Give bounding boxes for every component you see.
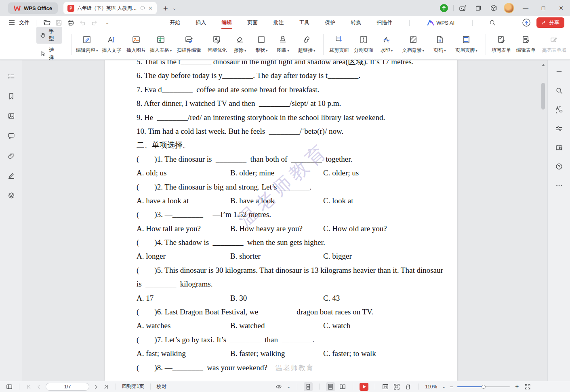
search-icon[interactable] (489, 19, 496, 26)
sign-pen-icon[interactable] (5, 169, 17, 181)
cloud-upload-icon[interactable] (522, 18, 531, 27)
next-page-icon[interactable] (93, 384, 99, 390)
insert-image-button[interactable]: 插入图片 (124, 35, 149, 54)
scan-edit-button[interactable]: 扫描件编辑 (173, 35, 205, 54)
lookup-book-icon[interactable] (553, 141, 565, 154)
zoom-level[interactable]: 110%⌄ (425, 384, 446, 390)
tab-scan[interactable]: 扫描件 (376, 17, 393, 29)
print-icon[interactable] (67, 19, 75, 27)
avatar[interactable] (501, 3, 517, 13)
option-b: B. 30 (230, 291, 323, 305)
title-bar: WPS Office P 六年级（下）英语 人教周末小 ✕ ＋ ⌄ — □ ✕ (0, 0, 570, 16)
doc-options-row: A. old; us B. older; mine C. older; us (137, 166, 457, 180)
panel-toggle-icon[interactable] (6, 383, 13, 390)
fit-page-button[interactable] (393, 383, 400, 390)
smart-optimize-button[interactable]: 智能优化 (205, 35, 229, 54)
doc-options-row: A. fast; walking B. faster; walking C. f… (137, 347, 457, 360)
zoom-out-button[interactable]: − (450, 383, 453, 390)
fill-form-button[interactable]: 填写表单 (489, 35, 514, 54)
new-tab-button[interactable]: ＋ (162, 3, 169, 13)
collapse-icon[interactable] (553, 65, 565, 78)
zoom-in-button[interactable]: ＋ (514, 383, 520, 390)
tab-convert[interactable]: 转换 (350, 17, 362, 29)
tab-page[interactable]: 页面 (246, 17, 259, 29)
proofread-button[interactable]: 校对 (157, 383, 166, 390)
page-number-button[interactable]: 页码▾ (429, 35, 450, 54)
shapes-button[interactable]: 形状▾ (251, 35, 272, 54)
image-icon[interactable] (5, 110, 17, 122)
search-icon[interactable] (553, 84, 565, 97)
annotation-list-icon[interactable] (5, 70, 17, 82)
split-page-button[interactable]: 分割页面 (351, 35, 376, 54)
fullscreen-button[interactable] (524, 383, 531, 390)
doc-line: ( )6. Last Dragon Boat Festival, we ____… (137, 305, 457, 319)
last-page-icon[interactable] (103, 384, 109, 390)
settings-sliders-icon[interactable] (553, 122, 565, 135)
hamburger-icon[interactable] (9, 20, 15, 25)
tab-tools[interactable]: 工具 (298, 17, 310, 29)
comment-icon[interactable] (5, 130, 17, 142)
rotate-page-button[interactable] (404, 383, 412, 390)
ai-assistant-button[interactable] (455, 4, 471, 13)
tab-close-icon[interactable]: ✕ (148, 5, 153, 11)
cube-button[interactable] (486, 4, 501, 12)
hand-tool-button[interactable]: 手型 (36, 27, 62, 44)
tab-protect[interactable]: 保护 (324, 17, 336, 29)
wps-logo-icon (14, 5, 21, 11)
prev-page-icon[interactable] (36, 384, 42, 390)
more-icon[interactable] (553, 179, 565, 192)
layers-icon[interactable] (5, 189, 17, 201)
quickbar-chevron-icon[interactable]: ⌄ (105, 20, 109, 25)
document-page[interactable]: 5. That is the t________ dinosaur in the… (105, 60, 457, 381)
watermark-button[interactable]: 水印▾ (376, 35, 398, 54)
wps-ai-button[interactable]: WPS AI (427, 20, 454, 26)
hyperlink-button[interactable]: 超链接▾ (294, 35, 320, 54)
document-tab[interactable]: P 六年级（下）英语 人教周末小 ✕ (63, 2, 157, 14)
translate-icon[interactable] (553, 103, 565, 116)
vertical-scrollbar[interactable] (541, 60, 546, 381)
header-footer-button[interactable]: 页眉页脚▾ (450, 35, 482, 54)
select-tool-button[interactable]: 选择 (36, 45, 62, 62)
option-a: A. have a look at (137, 194, 230, 208)
tab-edit[interactable]: 编辑 (221, 17, 233, 29)
zoom-slider-knob[interactable] (482, 385, 486, 389)
single-page-view-button[interactable] (326, 382, 335, 391)
tab-insert[interactable]: 插入 (195, 17, 207, 29)
wps-office-menu-button[interactable]: WPS Office (8, 2, 58, 14)
file-menu[interactable]: 文件 (19, 19, 29, 26)
zoom-slider[interactable] (457, 384, 510, 390)
edit-form-button[interactable]: 编辑表单 (514, 35, 538, 54)
crop-page-button[interactable]: 裁剪页面 (327, 35, 351, 54)
back-to-first-page-button[interactable]: 回到第1页 (122, 383, 144, 390)
tab-home[interactable]: 开始 (169, 17, 181, 29)
doc-background-button[interactable]: 文档背景▾ (398, 35, 429, 54)
tab-comment[interactable]: 批注 (272, 17, 284, 29)
view-mode-button[interactable]: ⌄ (275, 383, 290, 390)
insert-table-button[interactable]: 插入表格▾ (148, 35, 173, 54)
upgrade-button[interactable] (436, 4, 452, 13)
share-button[interactable]: 分享 (536, 17, 564, 28)
erase-button[interactable]: 擦除▾ (229, 35, 251, 54)
attachment-icon[interactable] (5, 150, 17, 162)
continuous-scroll-button[interactable] (304, 382, 313, 391)
play-presentation-button[interactable] (360, 383, 368, 391)
folder-open-icon[interactable] (43, 19, 51, 27)
edit-content-button[interactable]: 编辑内容▾ (75, 35, 99, 54)
close-button[interactable]: ✕ (552, 5, 570, 11)
scrollbar-thumb[interactable] (541, 83, 545, 110)
minimize-button[interactable]: — (517, 5, 534, 11)
maximize-button[interactable]: □ (534, 5, 552, 11)
document-workspace[interactable]: 5. That is the t________ dinosaur in the… (22, 60, 547, 381)
windows-stack-button[interactable] (471, 4, 486, 12)
tab-list-chevron-icon[interactable]: ⌄ (172, 6, 176, 11)
play-icon (363, 385, 366, 388)
stamp-button[interactable]: 图章▾ (272, 35, 294, 54)
first-page-icon[interactable] (25, 384, 32, 390)
page-indicator-input[interactable]: 1/7 (46, 383, 89, 391)
insert-text-button[interactable]: 插入文字 (99, 35, 124, 54)
help-icon[interactable] (553, 160, 565, 173)
scroll-up-icon[interactable] (542, 64, 545, 66)
bookmark-icon[interactable] (5, 90, 17, 102)
two-page-view-button[interactable] (339, 383, 346, 390)
fit-width-button[interactable] (382, 383, 389, 390)
